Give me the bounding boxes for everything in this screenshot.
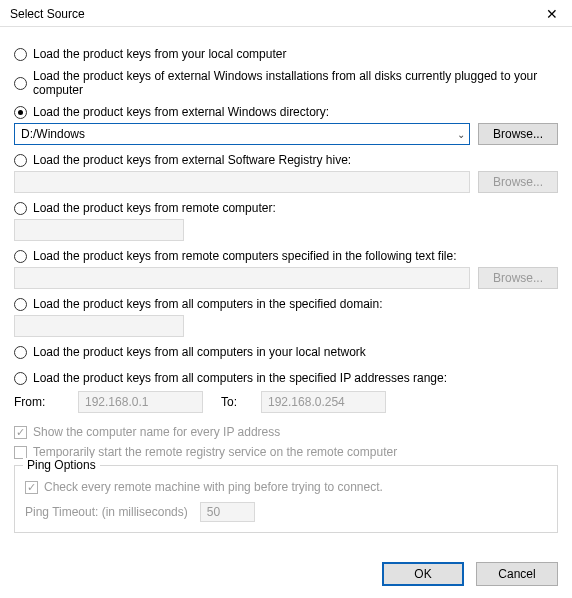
- reg-hive-input[interactable]: [14, 171, 470, 193]
- browse-remote-file-button: Browse...: [478, 267, 558, 289]
- chevron-down-icon: ⌄: [457, 129, 465, 140]
- radio-ip-range-label: Load the product keys from all computers…: [33, 371, 447, 385]
- checkbox-ping-check[interactable]: [25, 481, 38, 494]
- radio-all-disks-label: Load the product keys of external Window…: [33, 69, 558, 97]
- radio-remote-file[interactable]: [14, 250, 27, 263]
- ip-to-label: To:: [221, 395, 243, 409]
- browse-reg-hive-button: Browse...: [478, 171, 558, 193]
- cancel-button[interactable]: Cancel: [476, 562, 558, 586]
- radio-ext-dir-label: Load the product keys from external Wind…: [33, 105, 329, 119]
- radio-all-disks[interactable]: [14, 77, 27, 90]
- remote-comp-input[interactable]: [14, 219, 184, 241]
- radio-ext-dir[interactable]: [14, 106, 27, 119]
- radio-domain[interactable]: [14, 298, 27, 311]
- ping-legend: Ping Options: [23, 458, 100, 472]
- radio-local-label: Load the product keys from your local co…: [33, 47, 286, 61]
- ping-timeout-input[interactable]: 50: [200, 502, 255, 522]
- radio-local-net-label: Load the product keys from all computers…: [33, 345, 366, 359]
- checkbox-show-name[interactable]: [14, 426, 27, 439]
- checkbox-show-name-label: Show the computer name for every IP addr…: [33, 425, 280, 439]
- checkbox-ping-check-label: Check every remote machine with ping bef…: [44, 480, 383, 494]
- close-icon[interactable]: ✕: [540, 6, 564, 22]
- ip-from-input[interactable]: 192.168.0.1: [78, 391, 203, 413]
- browse-ext-dir-button[interactable]: Browse...: [478, 123, 558, 145]
- checkbox-temp-reg-label: Temporarily start the remote registry se…: [33, 445, 397, 459]
- radio-remote-file-label: Load the product keys from remote comput…: [33, 249, 457, 263]
- ext-dir-value: D:/Windows: [21, 127, 85, 141]
- radio-ip-range[interactable]: [14, 372, 27, 385]
- domain-input[interactable]: [14, 315, 184, 337]
- ping-timeout-label: Ping Timeout: (in milliseconds): [25, 505, 188, 519]
- radio-local-net[interactable]: [14, 346, 27, 359]
- ok-button[interactable]: OK: [382, 562, 464, 586]
- ext-dir-combo[interactable]: D:/Windows ⌄: [14, 123, 470, 145]
- window-title: Select Source: [10, 7, 85, 21]
- radio-local[interactable]: [14, 48, 27, 61]
- radio-reg-hive-label: Load the product keys from external Soft…: [33, 153, 351, 167]
- checkbox-temp-reg[interactable]: [14, 446, 27, 459]
- radio-remote-comp-label: Load the product keys from remote comput…: [33, 201, 276, 215]
- radio-reg-hive[interactable]: [14, 154, 27, 167]
- ip-from-label: From:: [14, 395, 60, 409]
- ip-to-input[interactable]: 192.168.0.254: [261, 391, 386, 413]
- radio-remote-comp[interactable]: [14, 202, 27, 215]
- remote-file-input[interactable]: [14, 267, 470, 289]
- radio-domain-label: Load the product keys from all computers…: [33, 297, 383, 311]
- ping-options-group: Ping Options Check every remote machine …: [14, 465, 558, 533]
